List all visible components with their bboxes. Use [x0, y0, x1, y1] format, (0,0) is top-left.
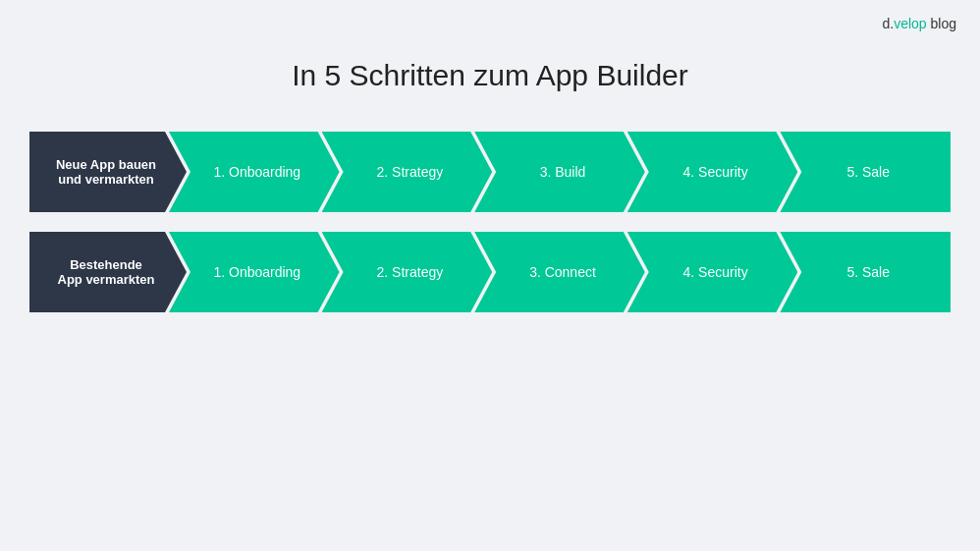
row2-step3: 3. Connect	[474, 232, 645, 312]
row2-step4: 4. Security	[627, 232, 798, 312]
row1-step1: 1. Onboarding	[169, 132, 340, 212]
row1-step5: 5. Sale	[780, 132, 951, 212]
row2-step2: 2. Strategy	[322, 232, 493, 312]
site-logo: d.velop blog	[882, 16, 956, 31]
row1-step3: 3. Build	[474, 132, 645, 212]
row2: Bestehende App vermarkten 1. Onboarding …	[29, 232, 951, 312]
row2-step5: 5. Sale	[780, 232, 951, 312]
row1-step4: 4. Security	[627, 132, 798, 212]
logo-brand: velop	[894, 16, 926, 31]
row2-step1: 1. Onboarding	[169, 232, 340, 312]
row1-step2: 2. Strategy	[322, 132, 493, 212]
row2-label: Bestehende App vermarkten	[29, 232, 187, 312]
row1-label: Neue App bauen und vermarkten	[29, 132, 187, 212]
page-title: In 5 Schritten zum App Builder	[0, 59, 980, 92]
row1: Neue App bauen und vermarkten 1. Onboard…	[29, 132, 951, 212]
